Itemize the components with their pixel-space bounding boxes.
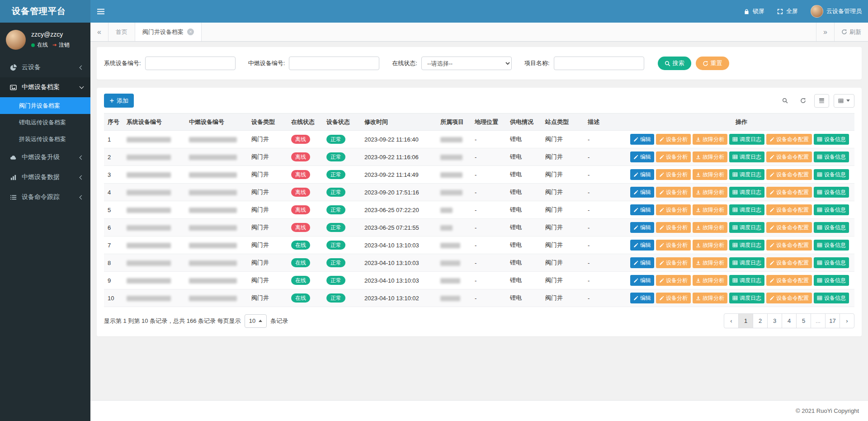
action-device-info-button[interactable]: 设备信息	[814, 222, 849, 233]
sidebar-toggle-button[interactable]	[90, 0, 111, 23]
action-fault-analysis-button[interactable]: 故障分析	[693, 134, 727, 145]
fullscreen-button[interactable]: 全屏	[771, 0, 804, 23]
action-device-analysis-button[interactable]: 设备分析	[656, 134, 691, 145]
action-dispatch-log-button[interactable]: 调度日志	[729, 257, 764, 268]
action-device-command-config-button[interactable]: 设备命令配置	[766, 257, 812, 268]
action-dispatch-log-button[interactable]: 调度日志	[729, 222, 764, 233]
action-device-command-config-button[interactable]: 设备命令配置	[766, 187, 812, 198]
action-device-command-config-button[interactable]: 设备命令配置	[766, 240, 812, 251]
action-device-analysis-button[interactable]: 设备分析	[656, 293, 691, 303]
action-device-info-button[interactable]: 设备信息	[814, 293, 849, 303]
search-button[interactable]: 搜索	[658, 57, 691, 70]
action-device-analysis-button[interactable]: 设备分析	[656, 257, 691, 268]
page-4-button[interactable]: 4	[782, 313, 797, 328]
sidebar-subitem-1-1[interactable]: 锂电远传设备档案	[0, 114, 90, 131]
action-edit-button[interactable]: 编辑	[630, 169, 654, 180]
action-device-analysis-button[interactable]: 设备分析	[656, 204, 691, 215]
action-fault-analysis-button[interactable]: 故障分析	[693, 204, 727, 215]
sidebar-item-0[interactable]: 云设备	[0, 57, 90, 77]
page-next-button[interactable]: ›	[840, 313, 854, 328]
reset-button[interactable]: 重置	[696, 57, 729, 70]
online-status-select[interactable]: --请选择--	[421, 57, 512, 70]
action-fault-analysis-button[interactable]: 故障分析	[693, 169, 727, 180]
action-device-analysis-button[interactable]: 设备分析	[656, 275, 691, 286]
toolbar-card-view-button[interactable]	[814, 94, 829, 108]
action-device-analysis-button[interactable]: 设备分析	[656, 222, 691, 233]
action-edit-button[interactable]: 编辑	[630, 240, 654, 251]
page-2-button[interactable]: 2	[753, 313, 768, 328]
action-edit-button[interactable]: 编辑	[630, 204, 654, 215]
page-17-button[interactable]: 17	[825, 313, 840, 328]
page-prev-button[interactable]: ‹	[724, 313, 739, 328]
action-dispatch-log-button[interactable]: 调度日志	[729, 240, 764, 251]
sidebar-item-4[interactable]: 设备命令跟踪	[0, 187, 90, 207]
action-device-analysis-button[interactable]: 设备分析	[656, 169, 691, 180]
sidebar-subitem-1-2[interactable]: 拼装远传设备档案	[0, 131, 90, 147]
action-device-command-config-button[interactable]: 设备命令配置	[766, 134, 812, 145]
action-device-command-config-button[interactable]: 设备命令配置	[766, 222, 812, 233]
action-fault-analysis-button[interactable]: 故障分析	[693, 275, 727, 286]
sidebar-subitem-1-0[interactable]: 阀门井设备档案	[0, 97, 90, 114]
action-device-info-button[interactable]: 设备信息	[814, 240, 849, 251]
tab-0[interactable]: 首页	[108, 23, 135, 41]
action-dispatch-log-button[interactable]: 调度日志	[729, 151, 764, 162]
action-device-info-button[interactable]: 设备信息	[814, 204, 849, 215]
project-name-input[interactable]	[554, 57, 644, 70]
sidebar-item-1[interactable]: 中燃设备档案	[0, 77, 90, 97]
tabs-scroll-left-button[interactable]: «	[90, 23, 108, 41]
action-device-info-button[interactable]: 设备信息	[814, 275, 849, 286]
action-fault-analysis-button[interactable]: 故障分析	[693, 187, 727, 198]
action-device-analysis-button[interactable]: 设备分析	[656, 187, 691, 198]
action-device-info-button[interactable]: 设备信息	[814, 151, 849, 162]
action-dispatch-log-button[interactable]: 调度日志	[729, 275, 764, 286]
page-size-select[interactable]: 10	[245, 314, 267, 328]
action-device-command-config-button[interactable]: 设备命令配置	[766, 151, 812, 162]
action-device-command-config-button[interactable]: 设备命令配置	[766, 169, 812, 180]
action-device-info-button[interactable]: 设备信息	[814, 187, 849, 198]
tabs-scroll-right-button[interactable]: »	[816, 23, 834, 41]
action-fault-analysis-button[interactable]: 故障分析	[693, 257, 727, 268]
sidebar-item-2[interactable]: 中燃设备升级	[0, 147, 90, 167]
tab-refresh-button[interactable]: 刷新	[834, 23, 868, 41]
add-button[interactable]: 添加	[104, 94, 134, 108]
toolbar-search-button[interactable]	[778, 94, 792, 108]
action-edit-button[interactable]: 编辑	[630, 151, 654, 162]
toolbar-refresh-button[interactable]	[796, 94, 810, 108]
action-dispatch-log-button[interactable]: 调度日志	[729, 204, 764, 215]
action-edit-button[interactable]: 编辑	[630, 257, 654, 268]
action-device-info-button[interactable]: 设备信息	[814, 257, 849, 268]
action-fault-analysis-button[interactable]: 故障分析	[693, 240, 727, 251]
action-dispatch-log-button[interactable]: 调度日志	[729, 187, 764, 198]
action-dispatch-log-button[interactable]: 调度日志	[729, 293, 764, 303]
action-dispatch-log-button[interactable]: 调度日志	[729, 134, 764, 145]
tab-close-icon[interactable]: ×	[187, 28, 194, 35]
action-device-analysis-button[interactable]: 设备分析	[656, 151, 691, 162]
action-edit-button[interactable]: 编辑	[630, 275, 654, 286]
action-edit-button[interactable]: 编辑	[630, 134, 654, 145]
sidebar-item-3[interactable]: 中燃设备数据	[0, 167, 90, 187]
page-1-button[interactable]: 1	[738, 313, 753, 328]
action-fault-analysis-button[interactable]: 故障分析	[693, 222, 727, 233]
sidebar-avatar[interactable]	[6, 30, 26, 50]
tab-1[interactable]: 阀门井设备档案×	[135, 23, 202, 41]
action-device-info-button[interactable]: 设备信息	[814, 169, 849, 180]
action-fault-analysis-button[interactable]: 故障分析	[693, 293, 727, 303]
logout-link[interactable]: 注销	[52, 41, 70, 49]
action-dispatch-log-button[interactable]: 调度日志	[729, 169, 764, 180]
user-menu[interactable]: 云设备管理员	[804, 0, 868, 23]
page-5-button[interactable]: 5	[796, 313, 811, 328]
action-device-command-config-button[interactable]: 设备命令配置	[766, 204, 812, 215]
action-fault-analysis-button[interactable]: 故障分析	[693, 151, 727, 162]
page-3-button[interactable]: 3	[767, 313, 782, 328]
action-device-analysis-button[interactable]: 设备分析	[656, 240, 691, 251]
gas-device-no-input[interactable]	[289, 57, 379, 70]
action-edit-button[interactable]: 编辑	[630, 222, 654, 233]
system-device-no-input[interactable]	[145, 57, 236, 70]
lock-screen-button[interactable]: 锁屏	[737, 0, 771, 23]
action-edit-button[interactable]: 编辑	[630, 293, 654, 303]
toolbar-columns-button[interactable]	[834, 94, 854, 108]
action-device-info-button[interactable]: 设备信息	[814, 134, 849, 145]
action-device-command-config-button[interactable]: 设备命令配置	[766, 275, 812, 286]
action-device-command-config-button[interactable]: 设备命令配置	[766, 293, 812, 303]
action-edit-button[interactable]: 编辑	[630, 187, 654, 198]
